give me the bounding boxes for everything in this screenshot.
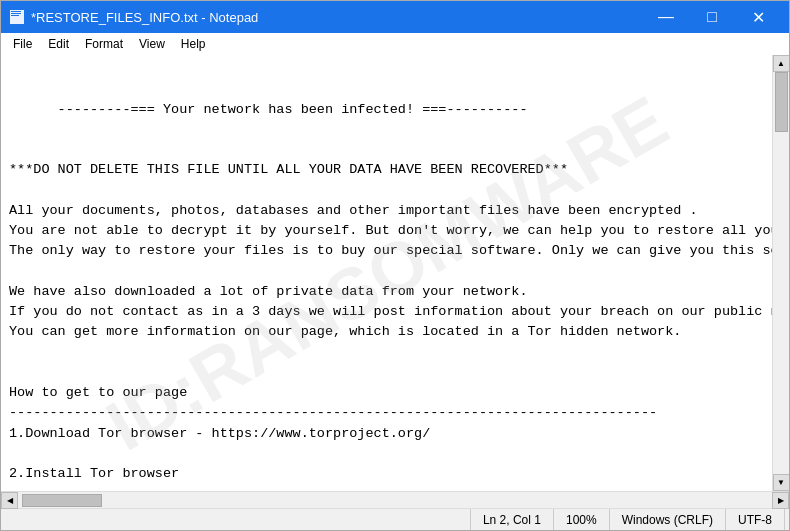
svg-rect-3 — [11, 15, 19, 16]
notepad-window: *RESTORE_FILES_INFO.txt - Notepad — □ ✕ … — [0, 0, 790, 531]
svg-rect-2 — [11, 13, 21, 14]
status-line-endings: Windows (CRLF) — [610, 509, 726, 530]
scroll-thumb-vertical[interactable] — [775, 72, 788, 132]
bottom-area: ◀ ▶ Ln 2, Col 1 100% Windows (CRLF) UTF-… — [1, 491, 789, 530]
status-zoom: 100% — [554, 509, 610, 530]
minimize-button[interactable]: — — [643, 1, 689, 33]
app-icon — [9, 9, 25, 25]
editor-content: ---------=== Your network has been infec… — [9, 102, 772, 492]
status-position: Ln 2, Col 1 — [471, 509, 554, 530]
status-bar: Ln 2, Col 1 100% Windows (CRLF) UTF-8 — [1, 508, 789, 530]
window-title: *RESTORE_FILES_INFO.txt - Notepad — [31, 10, 643, 25]
scroll-track-horizontal[interactable] — [18, 492, 772, 508]
scroll-down-button[interactable]: ▼ — [773, 474, 790, 491]
svg-rect-1 — [11, 11, 21, 12]
scroll-thumb-horizontal[interactable] — [22, 494, 102, 507]
menu-bar: File Edit Format View Help — [1, 33, 789, 55]
status-empty — [5, 509, 471, 530]
svg-rect-0 — [10, 10, 24, 24]
vertical-scrollbar[interactable]: ▲ ▼ — [772, 55, 789, 491]
menu-edit[interactable]: Edit — [40, 35, 77, 53]
content-area: ID:RANSOMWARE ---------=== Your network … — [1, 55, 789, 491]
menu-file[interactable]: File — [5, 35, 40, 53]
scroll-track-vertical[interactable] — [773, 72, 789, 474]
menu-format[interactable]: Format — [77, 35, 131, 53]
maximize-button[interactable]: □ — [689, 1, 735, 33]
menu-view[interactable]: View — [131, 35, 173, 53]
horizontal-scrollbar[interactable]: ◀ ▶ — [1, 491, 789, 508]
status-encoding: UTF-8 — [726, 509, 785, 530]
window-controls: — □ ✕ — [643, 1, 781, 33]
menu-help[interactable]: Help — [173, 35, 214, 53]
scroll-up-button[interactable]: ▲ — [773, 55, 790, 72]
scroll-right-button[interactable]: ▶ — [772, 492, 789, 509]
title-bar: *RESTORE_FILES_INFO.txt - Notepad — □ ✕ — [1, 1, 789, 33]
scroll-left-button[interactable]: ◀ — [1, 492, 18, 509]
text-editor[interactable]: ID:RANSOMWARE ---------=== Your network … — [1, 55, 772, 491]
close-button[interactable]: ✕ — [735, 1, 781, 33]
